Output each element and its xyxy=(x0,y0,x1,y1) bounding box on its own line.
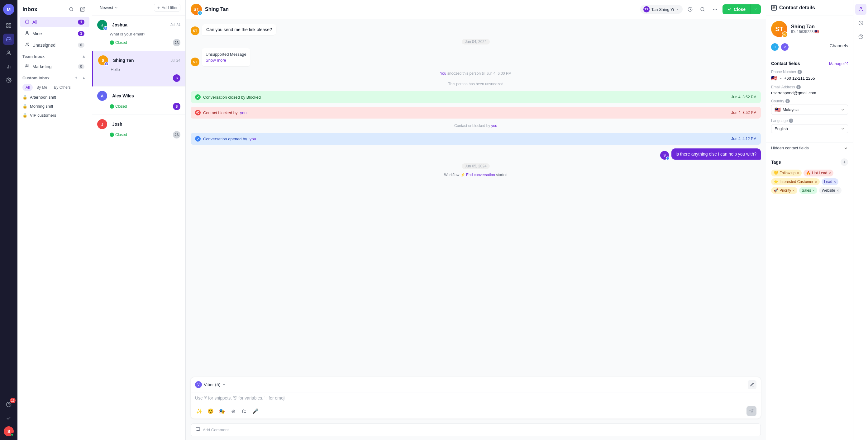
viber-icon: V xyxy=(195,381,202,388)
add-custom-inbox-icon[interactable]: + xyxy=(73,75,80,81)
hidden-fields-row[interactable]: Hidden contact fields xyxy=(766,142,853,154)
svg-line-12 xyxy=(72,10,73,11)
sort-button[interactable]: Newest xyxy=(97,4,121,11)
svg-point-14 xyxy=(27,43,28,44)
sidebar-item-afternoon-shift[interactable]: 🔒 Afternoon shift xyxy=(18,93,92,102)
nav-inbox-icon[interactable] xyxy=(3,34,14,45)
conv-item-shing-tan[interactable]: S ✈ Shing Tan Jul 24 Hello S xyxy=(92,51,185,87)
language-dropdown[interactable]: English xyxy=(771,124,848,133)
phone-info-icon: i xyxy=(798,70,802,74)
tag-remove-interested[interactable]: ✕ xyxy=(815,180,817,183)
telegram-channel-icon[interactable]: ✈ xyxy=(771,43,779,51)
conv-status-alex: ✓ Closed xyxy=(110,104,127,109)
conv-preview-shing: Hello xyxy=(111,67,180,72)
morning-shift-icon: 🔒 xyxy=(23,104,27,109)
add-tag-button[interactable]: + xyxy=(841,158,848,166)
filter-tab-all[interactable]: All xyxy=(23,84,33,91)
tag-website[interactable]: Website ✕ xyxy=(819,187,841,194)
nav-settings-icon[interactable] xyxy=(3,75,14,86)
country-dropdown[interactable]: 🇲🇾 Malaysia xyxy=(771,105,848,115)
conv-item-josh[interactable]: J Josh ✓ Closed JA xyxy=(92,115,185,143)
more-options-icon[interactable] xyxy=(710,4,720,14)
conv-footer-shing: S xyxy=(111,74,180,82)
msg-unblocked: Contact unblocked by you xyxy=(191,122,761,129)
viber-channel-icon[interactable]: V xyxy=(781,43,788,51)
add-comment-text: Add Comment xyxy=(203,428,229,432)
nav-contacts-icon[interactable] xyxy=(3,47,14,59)
tag-remove-lead[interactable]: ✕ xyxy=(833,180,836,183)
tag-remove-follow-up[interactable]: ✕ xyxy=(797,171,799,175)
sidebar-item-morning-shift[interactable]: 🔒 Morning shift xyxy=(18,102,92,111)
filter-tab-by-others[interactable]: By Others xyxy=(51,84,73,91)
channel-selector[interactable]: V Viber (5) xyxy=(195,381,226,388)
marketing-icon xyxy=(25,64,29,69)
attachment-button[interactable]: 🗂 xyxy=(240,407,249,415)
conv-item-alex-wiles[interactable]: A Alex Wiles ✓ Closed S xyxy=(92,87,185,115)
send-button[interactable] xyxy=(746,406,756,416)
format-button[interactable] xyxy=(748,380,756,389)
tag-remove-priority[interactable]: ✕ xyxy=(792,189,795,192)
compose-icon[interactable] xyxy=(78,5,87,14)
sidebar-item-unassigned[interactable]: Unassigned 0 xyxy=(20,40,89,50)
agent-name: Tan Shing Yi xyxy=(651,7,674,12)
right-rail-contact-icon[interactable] xyxy=(855,4,866,15)
message-input-body[interactable]: Use '/' for snippets, '$' for variables,… xyxy=(191,393,761,404)
conv-preview-joshua: What is your email? xyxy=(110,32,180,36)
tag-lead[interactable]: Lead ✕ xyxy=(822,178,839,185)
nav-checkmark-icon[interactable] xyxy=(3,413,14,424)
magic-tool-button[interactable]: ✨ xyxy=(195,407,204,415)
messages-area[interactable]: ST Can you send me the link please? Jun … xyxy=(186,19,766,377)
sidebar-item-mine[interactable]: Mine 1 xyxy=(20,28,89,39)
msg-date-jun05: Jun 05, 2024 xyxy=(462,163,490,169)
agent-chip[interactable]: TS Tan Shing Yi xyxy=(640,5,683,14)
tag-priority[interactable]: 🚀 Priority ✕ xyxy=(771,187,797,194)
nav-grid-icon[interactable] xyxy=(3,20,14,31)
sticker-button[interactable]: 🎭 xyxy=(217,407,226,415)
comment-icon xyxy=(195,427,200,433)
add-filter-button[interactable]: Add filter xyxy=(154,4,180,11)
manage-link[interactable]: Manage xyxy=(829,61,848,66)
tag-sales[interactable]: Sales ✕ xyxy=(799,187,817,194)
svg-rect-2 xyxy=(6,26,8,28)
gif-button[interactable]: ⊕ xyxy=(229,407,238,415)
team-inbox-expand-icon[interactable]: ▲ xyxy=(81,53,87,60)
search-icon[interactable] xyxy=(67,5,76,14)
tag-interested-customer[interactable]: ⭐ Interested Customer ✕ xyxy=(771,178,820,185)
msg-input-footer: ✨ 😊 🎭 ⊕ 🗂 🎤 xyxy=(191,404,761,418)
msg-received: Can you send me the link please? xyxy=(202,24,276,35)
add-comment-bar[interactable]: Add Comment xyxy=(191,424,761,436)
sidebar-item-vip-customers[interactable]: 🔒 VIP customers xyxy=(18,111,92,120)
emoji-button[interactable]: 😊 xyxy=(206,407,215,415)
close-button[interactable]: Close xyxy=(722,4,750,14)
sidebar-item-all[interactable]: All 1 xyxy=(20,17,89,27)
sidebar-item-marketing[interactable]: Marketing 0 xyxy=(20,61,89,72)
country-info-icon: i xyxy=(785,99,790,103)
nav-user-avatar[interactable]: S xyxy=(4,426,14,436)
filter-tab-by-me[interactable]: By Me xyxy=(33,84,50,91)
conv-name-joshua: Joshua xyxy=(112,23,127,27)
tag-remove-sales[interactable]: ✕ xyxy=(812,189,815,192)
timer-icon[interactable] xyxy=(685,4,695,14)
conv-avatar-josh: J xyxy=(97,119,107,129)
header-search-icon[interactable] xyxy=(698,4,708,14)
right-rail-clock-icon[interactable] xyxy=(855,18,866,29)
conv-item-joshua[interactable]: J ✈ Joshua Jul 24 What is your email? ✓ … xyxy=(92,15,185,51)
audio-button[interactable]: 🎤 xyxy=(251,407,260,415)
sent-avatar: S xyxy=(660,151,669,160)
tag-remove-hot-lead[interactable]: ✕ xyxy=(829,171,831,175)
show-more-link[interactable]: Show more xyxy=(206,58,226,63)
conv-item-header-alex: A Alex Wiles xyxy=(97,91,180,101)
conv-agent-alex: S xyxy=(173,103,180,110)
right-rail-support-icon[interactable] xyxy=(855,31,866,42)
close-dropdown-button[interactable] xyxy=(750,4,761,14)
tag-hot-lead[interactable]: 🔥 Hot Lead ✕ xyxy=(804,170,833,176)
nav-reports-icon[interactable] xyxy=(3,61,14,72)
tag-follow-up[interactable]: 💛 Follow up ✕ xyxy=(771,170,802,176)
filter-tabs: All By Me By Others xyxy=(18,82,92,93)
contact-info-section: ST 50 Shing Tan ID: 15635223 🇲🇾 ✈ V Chan… xyxy=(766,16,853,56)
tag-remove-website[interactable]: ✕ xyxy=(837,189,839,192)
event-icon-opened xyxy=(195,136,200,142)
msg-row-received: ST Can you send me the link please? xyxy=(191,24,761,35)
custom-inbox-expand-icon[interactable]: ▲ xyxy=(81,75,87,81)
conv-item-header-shing: S ✈ Shing Tan Jul 24 xyxy=(98,56,180,65)
